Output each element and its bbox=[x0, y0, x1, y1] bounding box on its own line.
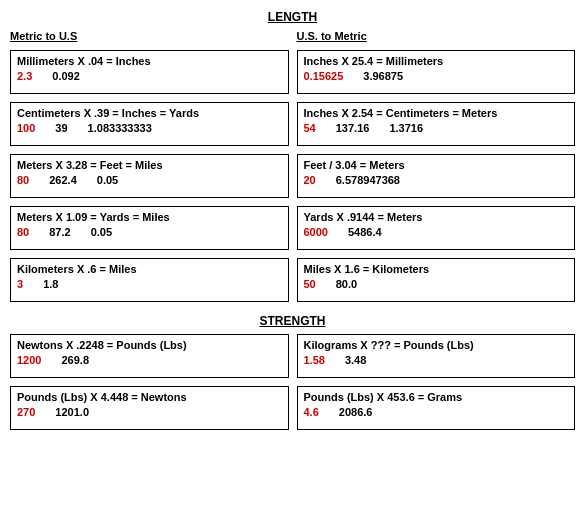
strength-left-box-2: Pounds (Lbs) X 4.448 = Newtons 270 1201.… bbox=[10, 386, 289, 434]
conv-box-strength-left-1: Newtons X .2248 = Pounds (Lbs) 1200 269.… bbox=[10, 334, 289, 378]
conv-box-left-1: Millimeters X .04 = Inches 2.3 0.092 bbox=[10, 50, 289, 94]
strength-section: STRENGTH Newtons X .2248 = Pounds (Lbs) … bbox=[10, 314, 575, 434]
val-sl-2-1: 270 bbox=[17, 406, 35, 418]
formula-left-3: Meters X 3.28 = Feet = Miles bbox=[17, 159, 282, 171]
val-left-2-2: 39 bbox=[55, 122, 67, 134]
right-box-3: Feet / 3.04 = Meters 20 6.578947368 bbox=[297, 154, 576, 202]
formula-strength-right-2: Pounds (Lbs) X 453.6 = Grams bbox=[304, 391, 569, 403]
length-row-4: Meters X 1.09 = Yards = Miles 80 87.2 0.… bbox=[10, 206, 575, 254]
conv-box-right-1: Inches X 25.4 = Millimeters 0.15625 3.96… bbox=[297, 50, 576, 94]
val-right-2-1: 54 bbox=[304, 122, 316, 134]
right-box-5: Miles X 1.6 = Kilometers 50 80.0 bbox=[297, 258, 576, 306]
val-sr-2-2: 2086.6 bbox=[339, 406, 373, 418]
conv-box-left-2: Centimeters X .39 = Inches = Yards 100 3… bbox=[10, 102, 289, 146]
conv-box-right-4: Yards X .9144 = Meters 6000 5486.4 bbox=[297, 206, 576, 250]
right-box-2: Inches X 2.54 = Centimeters = Meters 54 … bbox=[297, 102, 576, 150]
val-right-5-2: 80.0 bbox=[336, 278, 357, 290]
val-sl-1-1: 1200 bbox=[17, 354, 41, 366]
left-box-5: Kilometers X .6 = Miles 3 1.8 bbox=[10, 258, 289, 306]
formula-right-2: Inches X 2.54 = Centimeters = Meters bbox=[304, 107, 569, 119]
val-right-3-2: 6.578947368 bbox=[336, 174, 400, 186]
val-right-1-1: 0.15625 bbox=[304, 70, 344, 82]
formula-strength-left-1: Newtons X .2248 = Pounds (Lbs) bbox=[17, 339, 282, 351]
left-box-2: Centimeters X .39 = Inches = Yards 100 3… bbox=[10, 102, 289, 150]
val-left-5-1: 3 bbox=[17, 278, 23, 290]
val-right-5-1: 50 bbox=[304, 278, 316, 290]
val-left-1-2: 0.092 bbox=[52, 70, 80, 82]
formula-right-1: Inches X 25.4 = Millimeters bbox=[304, 55, 569, 67]
val-left-4-2: 87.2 bbox=[49, 226, 70, 238]
values-strength-left-2: 270 1201.0 bbox=[17, 406, 282, 418]
val-left-4-1: 80 bbox=[17, 226, 29, 238]
strength-right-box-2: Pounds (Lbs) X 453.6 = Grams 4.6 2086.6 bbox=[297, 386, 576, 434]
values-strength-left-1: 1200 269.8 bbox=[17, 354, 282, 366]
formula-left-4: Meters X 1.09 = Yards = Miles bbox=[17, 211, 282, 223]
conv-box-strength-right-2: Pounds (Lbs) X 453.6 = Grams 4.6 2086.6 bbox=[297, 386, 576, 430]
metric-col: Metric to U.S bbox=[10, 30, 289, 46]
strength-row-1: Newtons X .2248 = Pounds (Lbs) 1200 269.… bbox=[10, 334, 575, 382]
conv-box-strength-right-1: Kilograms X ??? = Pounds (Lbs) 1.58 3.48 bbox=[297, 334, 576, 378]
val-left-5-2: 1.8 bbox=[43, 278, 58, 290]
values-right-2: 54 137.16 1.3716 bbox=[304, 122, 569, 134]
length-row-1: Millimeters X .04 = Inches 2.3 0.092 Inc… bbox=[10, 50, 575, 98]
strength-row-2: Pounds (Lbs) X 4.448 = Newtons 270 1201.… bbox=[10, 386, 575, 434]
val-right-4-1: 6000 bbox=[304, 226, 328, 238]
conv-box-left-5: Kilometers X .6 = Miles 3 1.8 bbox=[10, 258, 289, 302]
formula-left-5: Kilometers X .6 = Miles bbox=[17, 263, 282, 275]
val-right-4-2: 5486.4 bbox=[348, 226, 382, 238]
val-left-3-2: 262.4 bbox=[49, 174, 77, 186]
val-right-2-2: 137.16 bbox=[336, 122, 370, 134]
left-box-1: Millimeters X .04 = Inches 2.3 0.092 bbox=[10, 50, 289, 98]
formula-left-2: Centimeters X .39 = Inches = Yards bbox=[17, 107, 282, 119]
val-sl-2-2: 1201.0 bbox=[55, 406, 89, 418]
values-right-5: 50 80.0 bbox=[304, 278, 569, 290]
conv-box-right-2: Inches X 2.54 = Centimeters = Meters 54 … bbox=[297, 102, 576, 146]
length-row-3: Meters X 3.28 = Feet = Miles 80 262.4 0.… bbox=[10, 154, 575, 202]
conv-box-left-3: Meters X 3.28 = Feet = Miles 80 262.4 0.… bbox=[10, 154, 289, 198]
formula-right-5: Miles X 1.6 = Kilometers bbox=[304, 263, 569, 275]
right-box-1: Inches X 25.4 = Millimeters 0.15625 3.96… bbox=[297, 50, 576, 98]
values-right-3: 20 6.578947368 bbox=[304, 174, 569, 186]
values-left-1: 2.3 0.092 bbox=[17, 70, 282, 82]
conv-box-left-4: Meters X 1.09 = Yards = Miles 80 87.2 0.… bbox=[10, 206, 289, 250]
values-left-3: 80 262.4 0.05 bbox=[17, 174, 282, 186]
values-strength-right-2: 4.6 2086.6 bbox=[304, 406, 569, 418]
val-left-4-3: 0.05 bbox=[91, 226, 112, 238]
values-left-2: 100 39 1.083333333 bbox=[17, 122, 282, 134]
values-left-5: 3 1.8 bbox=[17, 278, 282, 290]
val-sl-1-2: 269.8 bbox=[61, 354, 89, 366]
val-sr-1-1: 1.58 bbox=[304, 354, 325, 366]
val-right-3-1: 20 bbox=[304, 174, 316, 186]
formula-strength-left-2: Pounds (Lbs) X 4.448 = Newtons bbox=[17, 391, 282, 403]
us-col: U.S. to Metric bbox=[297, 30, 576, 46]
formula-right-4: Yards X .9144 = Meters bbox=[304, 211, 569, 223]
left-box-4: Meters X 1.09 = Yards = Miles 80 87.2 0.… bbox=[10, 206, 289, 254]
val-left-2-1: 100 bbox=[17, 122, 35, 134]
val-right-1-2: 3.96875 bbox=[363, 70, 403, 82]
val-left-3-1: 80 bbox=[17, 174, 29, 186]
val-left-1-1: 2.3 bbox=[17, 70, 32, 82]
strength-left-box-1: Newtons X .2248 = Pounds (Lbs) 1200 269.… bbox=[10, 334, 289, 382]
values-left-4: 80 87.2 0.05 bbox=[17, 226, 282, 238]
values-right-1: 0.15625 3.96875 bbox=[304, 70, 569, 82]
length-row-5: Kilometers X .6 = Miles 3 1.8 Miles X 1.… bbox=[10, 258, 575, 306]
values-strength-right-1: 1.58 3.48 bbox=[304, 354, 569, 366]
length-title: LENGTH bbox=[10, 10, 575, 24]
conv-box-right-5: Miles X 1.6 = Kilometers 50 80.0 bbox=[297, 258, 576, 302]
us-header: U.S. to Metric bbox=[297, 30, 576, 42]
conv-box-right-3: Feet / 3.04 = Meters 20 6.578947368 bbox=[297, 154, 576, 198]
strength-right-box-1: Kilograms X ??? = Pounds (Lbs) 1.58 3.48 bbox=[297, 334, 576, 382]
column-headers: Metric to U.S U.S. to Metric bbox=[10, 30, 575, 46]
right-box-4: Yards X .9144 = Meters 6000 5486.4 bbox=[297, 206, 576, 254]
length-section: LENGTH Metric to U.S U.S. to Metric Mill… bbox=[10, 10, 575, 306]
metric-header: Metric to U.S bbox=[10, 30, 289, 42]
val-left-2-3: 1.083333333 bbox=[88, 122, 152, 134]
conv-box-strength-left-2: Pounds (Lbs) X 4.448 = Newtons 270 1201.… bbox=[10, 386, 289, 430]
length-row-2: Centimeters X .39 = Inches = Yards 100 3… bbox=[10, 102, 575, 150]
values-right-4: 6000 5486.4 bbox=[304, 226, 569, 238]
strength-title: STRENGTH bbox=[10, 314, 575, 328]
val-sr-2-1: 4.6 bbox=[304, 406, 319, 418]
val-sr-1-2: 3.48 bbox=[345, 354, 366, 366]
val-left-3-3: 0.05 bbox=[97, 174, 118, 186]
left-box-3: Meters X 3.28 = Feet = Miles 80 262.4 0.… bbox=[10, 154, 289, 202]
